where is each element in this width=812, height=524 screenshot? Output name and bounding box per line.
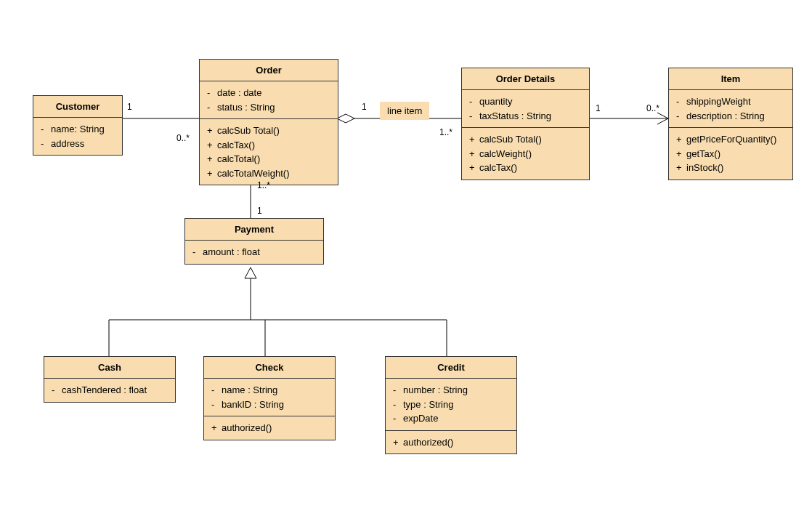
class-ops: +getPriceForQuantity() +getTax() +inStoc…: [669, 128, 792, 180]
class-ops: +authorized(): [386, 431, 516, 454]
class-attrs: -name : String -bankID : String: [204, 379, 335, 416]
class-order: Order -date : date -status : String +cal…: [199, 59, 338, 185]
class-ops: +calcSub Total() +calcTax() +calcTotal()…: [200, 119, 338, 185]
class-attrs: -date : date -status : String: [200, 81, 338, 119]
class-title: Payment: [185, 219, 323, 241]
class-order-details: Order Details -quantity -taxStatus : Str…: [461, 68, 590, 180]
class-title: Check: [204, 357, 335, 379]
svg-marker-5: [245, 267, 256, 278]
mult-order-details-order-side: 1: [362, 102, 367, 112]
class-customer: Customer -name: String -address: [33, 95, 123, 156]
class-payment: Payment -amount : float: [184, 218, 324, 265]
class-attrs: -amount : float: [185, 241, 323, 264]
class-attrs: -name: String -address: [33, 118, 122, 155]
class-title: Order Details: [462, 68, 589, 90]
class-ops: +calcSub Total() +calcWeight() +calcTax(…: [462, 128, 589, 180]
class-item: Item -shippingWeight -description : Stri…: [668, 68, 793, 180]
class-title: Customer: [33, 96, 122, 118]
mult-order-cust-side: 0..*: [176, 133, 190, 143]
class-title: Order: [200, 60, 338, 81]
association-label-line-item: line item: [380, 102, 429, 120]
class-check: Check -name : String -bankID : String +a…: [203, 356, 336, 440]
mult-customer-side: 1: [127, 102, 132, 112]
class-attrs: -cashTendered : float: [44, 379, 175, 402]
class-credit: Credit -number : String -type : String -…: [385, 356, 517, 454]
mult-order-details-details-side: 1..*: [439, 127, 452, 137]
class-title: Item: [669, 68, 792, 90]
mult-details-item-details-side: 1: [596, 103, 601, 113]
class-attrs: -quantity -taxStatus : String: [462, 90, 589, 128]
class-attrs: -shippingWeight -description : String: [669, 90, 792, 128]
class-ops: +authorized(): [204, 416, 335, 440]
class-cash: Cash -cashTendered : float: [44, 356, 176, 403]
mult-order-payment-payment-side: 1: [257, 206, 262, 216]
class-title: Credit: [386, 357, 516, 379]
mult-details-item-item-side: 0..*: [646, 103, 659, 113]
class-attrs: -number : String -type : String -expDate: [386, 379, 516, 431]
svg-marker-2: [337, 114, 354, 123]
mult-order-payment-order-side: 1..*: [257, 180, 270, 190]
class-title: Cash: [44, 357, 175, 379]
